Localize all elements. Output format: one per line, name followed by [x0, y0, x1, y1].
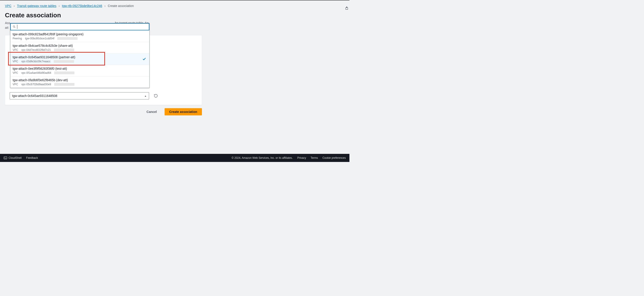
dropdown-search-input[interactable] [17, 25, 147, 28]
refresh-button[interactable] [154, 94, 158, 98]
dropdown-option[interactable]: tgw-attach-0c645ae9311648508 (partner-at… [10, 53, 149, 65]
redacted-text [54, 83, 74, 86]
create-association-button[interactable]: Create association [164, 108, 202, 116]
dropdown-option[interactable]: tgw-attach-099c823adf641f69f (peering-si… [10, 30, 149, 42]
option-title: tgw-attach-0b4cae578c4c82b3e (share-att) [12, 44, 147, 48]
triangle-up-icon: ▲ [144, 95, 146, 97]
attachment-select[interactable]: tgw-attach-0c645ae9311648508 ▲ [10, 92, 149, 100]
dropdown-option[interactable]: tgw-attach-0fa9b6f3e62f8465b (dev-att)VP… [10, 76, 149, 88]
cloudshell-button[interactable]: CloudShell [4, 156, 22, 160]
breadcrumb: VPC › Transit gateway route tables › tgw… [5, 4, 344, 8]
redacted-text [54, 48, 74, 51]
option-subtitle: VPCvpc-04d7ecd832f8d7c21 [12, 48, 147, 52]
redacted-text [54, 72, 74, 74]
attachment-dropdown: tgw-attach-099c823adf641f69f (peering-si… [10, 23, 150, 88]
search-icon [12, 25, 16, 28]
page-title: Create association [5, 12, 344, 19]
select-value: tgw-attach-0c645ae9311648508 [12, 94, 57, 98]
check-icon [142, 57, 146, 62]
svg-line-1 [14, 27, 15, 28]
form-actions: Cancel Create association [5, 108, 202, 116]
option-title: tgw-attach-0fa9b6f3e62f8465b (dev-att) [12, 78, 147, 82]
svg-rect-2 [4, 157, 7, 159]
terms-link[interactable]: Terms [310, 156, 318, 160]
option-title: tgw-attach-0c645ae9311648508 (partner-at… [12, 55, 147, 59]
option-subtitle: Peeringtgw-00bc80cbce1cdd54f [12, 37, 147, 40]
dropdown-search[interactable] [10, 23, 149, 30]
cancel-button[interactable]: Cancel [143, 108, 160, 116]
redacted-text [54, 60, 74, 63]
svg-point-0 [13, 26, 14, 27]
chevron-right-icon: › [59, 4, 60, 8]
option-title: tgw-attach-099c823adf641f69f (peering-si… [12, 32, 147, 36]
dropdown-option[interactable]: tgw-attach-0ee3f9f56283f36f0 (test-att)V… [10, 65, 149, 76]
chevron-right-icon: › [104, 4, 106, 8]
option-subtitle: VPCvpc-0f1a4ae446d90ad64 [12, 71, 147, 74]
redacted-text [57, 37, 78, 40]
panel-collapse-handle[interactable] [344, 6, 349, 10]
feedback-link[interactable]: Feedback [26, 156, 38, 160]
option-subtitle: VPCvpc-03dfe3dc09c7eaacc [12, 60, 147, 63]
breadcrumb-current: Create association [108, 4, 134, 8]
dropdown-option[interactable]: tgw-attach-0b4cae578c4c82b3e (share-att)… [10, 42, 149, 53]
terminal-icon [4, 156, 7, 160]
breadcrumb-tgw-tables[interactable]: Transit gateway route tables [17, 4, 56, 8]
copyright-text: © 2024, Amazon Web Services, Inc. or its… [232, 156, 293, 160]
footer: CloudShell Feedback © 2024, Amazon Web S… [0, 154, 350, 162]
privacy-link[interactable]: Privacy [297, 156, 306, 160]
chevron-right-icon: › [14, 4, 15, 8]
breadcrumb-rtb-id[interactable]: tgw-rtb-09275bde9be14c246 [62, 4, 102, 8]
cookie-prefs-link[interactable]: Cookie preferences [322, 156, 346, 160]
option-title: tgw-attach-0ee3f9f56283f36f0 (test-att) [12, 67, 147, 70]
breadcrumb-vpc[interactable]: VPC [5, 4, 12, 8]
option-subtitle: VPCvpc-05c67f26d9aad30e9 [12, 83, 147, 86]
